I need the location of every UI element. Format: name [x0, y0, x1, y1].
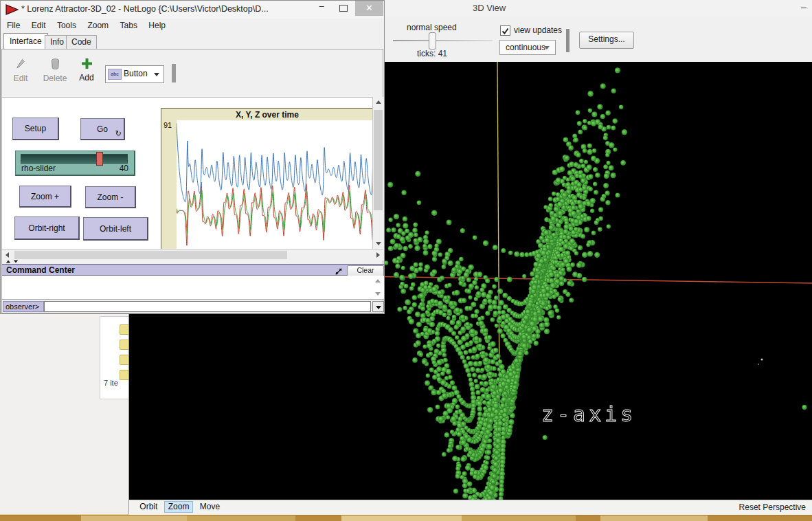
widget-type-value: Button [124, 69, 148, 78]
command-center-header: Command Center Clear [2, 264, 384, 276]
window-title: * Lorenz Attractor-3D_02 - NetLogo {C:\U… [21, 4, 269, 14]
3d-view-bottombar: Orbit Zoom Move Reset Perspective [129, 500, 812, 515]
3d-view-title: 3D View [473, 3, 506, 13]
tab-orbit[interactable]: Orbit [135, 501, 161, 513]
minimize-icon[interactable]: – [801, 1, 807, 12]
taskbar-segment [341, 516, 462, 521]
splitter-up-icon [6, 260, 10, 263]
zoom-in-label: Zoom + [20, 192, 70, 201]
tab-zoom[interactable]: Zoom [164, 501, 194, 513]
forever-icon: ↻ [115, 129, 122, 138]
speed-slider-track[interactable] [393, 40, 493, 41]
zoom-in-button[interactable]: Zoom + [19, 186, 71, 208]
tab-move[interactable]: Move [196, 501, 224, 513]
orbit-right-button[interactable]: Orbit-right [14, 217, 80, 240]
settings-button[interactable]: Settings... [579, 32, 634, 49]
view-updates-checkbox[interactable] [500, 25, 510, 36]
plot-series-render [177, 120, 373, 250]
tabbar: Interface Info Code [1, 32, 384, 49]
history-dropdown-button[interactable] [372, 301, 384, 312]
plot-ymax-label: 91 [163, 121, 172, 129]
explorer-window: 7 ite [0, 313, 128, 515]
toolbar-separator [172, 64, 176, 82]
update-mode-select[interactable]: continuous [499, 40, 556, 55]
widget-type-select[interactable]: abc Button [105, 65, 164, 83]
trash-icon [51, 58, 60, 69]
netlogo-app-icon [5, 3, 19, 19]
menu-tools[interactable]: Tools [57, 21, 76, 30]
slider-label: rho-slider [21, 164, 56, 173]
rho-slider[interactable]: rho-slider 40 [15, 151, 135, 176]
tab-interface[interactable]: Interface [3, 33, 48, 49]
taskbar-segment [187, 516, 295, 521]
netlogo-titlebar[interactable]: * Lorenz Attractor-3D_02 - NetLogo {C:\U… [1, 1, 384, 19]
vertical-scrollbar[interactable] [372, 97, 384, 249]
abc-widget-icon: abc [108, 69, 122, 80]
command-line: observer> [2, 301, 384, 313]
edit-widget-button[interactable]: Edit [10, 58, 31, 83]
scrollbar-thumb[interactable] [14, 251, 287, 259]
menubar: File Edit Tools Zoom Tabs Help [1, 19, 384, 32]
interface-canvas: Setup Go ↻ rho-slider 40 Zoom + Zoom - O… [2, 97, 372, 250]
command-center-output[interactable] [2, 276, 384, 300]
menu-file[interactable]: File [7, 21, 20, 30]
maximize-icon [339, 5, 348, 12]
menu-tabs[interactable]: Tabs [120, 21, 137, 30]
taskbar-segment [295, 516, 341, 521]
output-scroll-down-icon[interactable] [375, 292, 381, 296]
scroll-left-icon[interactable] [5, 252, 9, 258]
slider-value: 40 [120, 164, 128, 173]
slider-groove [21, 154, 128, 164]
explorer-folder-panel: 7 ite [100, 316, 129, 399]
explorer-item-count: 7 ite [104, 379, 118, 387]
horizontal-scrollbar[interactable] [2, 249, 383, 260]
command-input[interactable] [44, 301, 371, 312]
add-label: Add [77, 73, 96, 82]
minimize-button[interactable]: – [311, 1, 332, 16]
tab-code[interactable]: Code [66, 35, 97, 49]
z-axis-label: z-axis [541, 402, 636, 426]
scroll-up-icon[interactable] [376, 100, 381, 104]
scroll-down-icon[interactable] [376, 242, 381, 245]
go-button[interactable]: Go ↻ [80, 118, 125, 140]
maximize-button[interactable] [333, 1, 354, 16]
speed-slider-thumb[interactable] [429, 32, 436, 49]
command-center-title: Command Center [6, 265, 75, 275]
update-mode-value: continuous [506, 43, 545, 52]
orbit-left-label: Orbit-left [84, 224, 147, 234]
chevron-down-icon [154, 73, 159, 76]
speed-label: normal speed [407, 23, 457, 32]
netlogo-window: * Lorenz Attractor-3D_02 - NetLogo {C:\U… [0, 0, 385, 314]
delete-widget-button[interactable]: Delete [42, 58, 68, 83]
plot-widget: X, Y, Z over time 91 [161, 108, 374, 251]
clear-button[interactable]: Clear [347, 265, 384, 276]
slider-handle[interactable] [96, 152, 103, 166]
taskbar-segment [462, 516, 576, 521]
toolbar-separator [566, 29, 569, 52]
scrollbar-thumb[interactable] [374, 110, 383, 210]
plus-icon [82, 58, 92, 69]
plot-area [177, 120, 373, 250]
setup-button[interactable]: Setup [12, 118, 59, 140]
taskbar-segment [0, 516, 81, 521]
add-widget-button[interactable]: Add [77, 58, 96, 82]
reset-perspective-button[interactable]: Reset Perspective [739, 502, 806, 512]
taskbar-segment [81, 516, 187, 521]
orbit-left-button[interactable]: Orbit-left [83, 217, 148, 241]
menu-help[interactable]: Help [148, 21, 166, 30]
menu-edit[interactable]: Edit [32, 21, 46, 30]
orbit-right-label: Orbit-right [15, 223, 78, 233]
menu-zoom[interactable]: Zoom [87, 21, 109, 30]
pencil-icon [16, 58, 25, 69]
observer-prompt: observer> [3, 301, 44, 312]
output-scroll-up-icon[interactable] [375, 279, 381, 282]
scroll-right-icon[interactable] [376, 252, 380, 258]
chevron-down-icon [544, 46, 550, 49]
expand-icon[interactable] [335, 266, 343, 274]
taskbar-segment [576, 516, 600, 521]
edit-label: Edit [10, 74, 31, 83]
close-button[interactable]: ✕ [355, 1, 383, 16]
taskbar[interactable] [0, 514, 812, 521]
zoom-out-button[interactable]: Zoom - [85, 186, 136, 208]
setup-label: Setup [13, 124, 58, 133]
